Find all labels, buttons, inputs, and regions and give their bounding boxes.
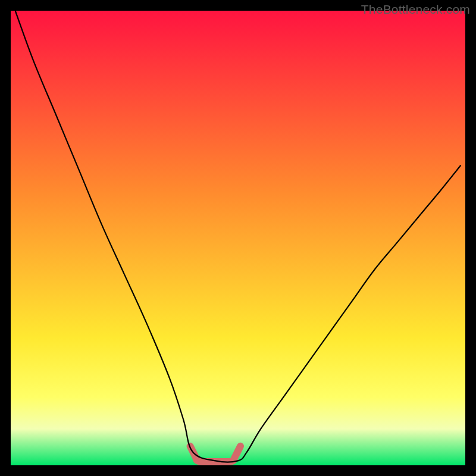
watermark-text: TheBottleneck.com xyxy=(361,2,470,17)
bottleneck-chart xyxy=(11,11,465,465)
gradient-background xyxy=(11,11,465,465)
chart-frame: TheBottleneck.com xyxy=(0,0,476,476)
plot-area xyxy=(11,11,465,465)
